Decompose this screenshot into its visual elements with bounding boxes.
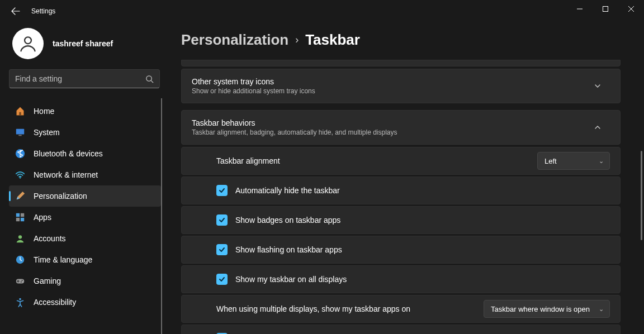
system-icon xyxy=(15,127,26,138)
sidebar-item-label: Bluetooth & devices xyxy=(34,149,103,158)
section-other-tray-icons[interactable]: Other system tray icons Show or hide add… xyxy=(181,69,621,103)
sidebar-item-label: Home xyxy=(34,107,54,116)
user-name: tashreef shareef xyxy=(53,39,113,48)
search-box[interactable] xyxy=(9,69,160,88)
breadcrumb: Personalization › Taskbar xyxy=(181,31,631,49)
setting-label: Show my taskbar on all displays xyxy=(235,275,610,284)
accessibility-icon xyxy=(15,297,26,308)
chevron-down-icon xyxy=(594,83,610,89)
sidebar-item-time-language[interactable]: Time & language xyxy=(9,249,161,270)
minimize-button[interactable] xyxy=(567,0,593,18)
chevron-right-icon: › xyxy=(295,34,299,46)
svg-point-16 xyxy=(18,235,22,238)
setting-multi-display-apps: When using multiple displays, show my ta… xyxy=(181,295,621,323)
dropdown-value: Left xyxy=(544,157,579,165)
sidebar-item-label: Gaming xyxy=(34,276,61,285)
personalization-icon xyxy=(15,190,26,202)
sidebar-item-label: Time & language xyxy=(34,255,92,264)
svg-rect-13 xyxy=(21,213,24,217)
checkbox-checked[interactable] xyxy=(216,244,228,255)
section-taskbar-behaviors[interactable]: Taskbar behaviors Taskbar alignment, bad… xyxy=(181,110,621,145)
maximize-button[interactable] xyxy=(593,0,618,18)
avatar xyxy=(12,28,44,59)
wifi-icon xyxy=(15,169,26,180)
sidebar-item-bluetooth[interactable]: Bluetooth & devices xyxy=(9,143,161,164)
sidebar-item-label: Network & internet xyxy=(34,170,98,179)
svg-line-6 xyxy=(151,80,153,83)
checkbox-checked[interactable] xyxy=(216,185,228,196)
sidebar-item-gaming[interactable]: Gaming xyxy=(9,270,161,292)
sidebar-item-personalization[interactable]: Personalization xyxy=(9,185,161,207)
section-title: Taskbar behaviors xyxy=(192,118,594,127)
multi-display-dropdown[interactable]: Taskbar where window is open ⌄ xyxy=(484,300,610,318)
svg-point-11 xyxy=(20,177,21,178)
apps-icon xyxy=(15,212,26,223)
chevron-down-icon: ⌄ xyxy=(599,306,604,313)
search-icon xyxy=(145,75,154,83)
setting-auto-hide[interactable]: Automatically hide the taskbar xyxy=(181,176,621,204)
breadcrumb-current: Taskbar xyxy=(305,31,360,49)
setting-label: Show flashing on taskbar apps xyxy=(235,245,610,254)
sidebar-item-network[interactable]: Network & internet xyxy=(9,164,161,185)
sidebar-item-accounts[interactable]: Accounts xyxy=(9,228,161,249)
sidebar-item-home[interactable]: Home xyxy=(9,101,161,122)
back-button[interactable] xyxy=(10,6,21,17)
checkbox-checked[interactable] xyxy=(216,214,228,226)
svg-rect-14 xyxy=(16,218,20,221)
checkbox-checked[interactable] xyxy=(216,274,228,285)
sidebar-item-apps[interactable]: Apps xyxy=(9,207,161,228)
svg-point-19 xyxy=(22,280,23,281)
sidebar-item-label: System xyxy=(34,128,60,137)
section-title: Other system tray icons xyxy=(192,77,594,86)
svg-point-21 xyxy=(19,298,21,300)
svg-rect-12 xyxy=(16,213,20,217)
sidebar-item-label: Accounts xyxy=(34,234,66,243)
section-subtitle: Show or hide additional system tray icon… xyxy=(192,87,594,95)
svg-rect-8 xyxy=(16,129,24,135)
svg-rect-1 xyxy=(603,7,608,12)
clock-icon xyxy=(15,254,26,265)
svg-point-5 xyxy=(146,75,151,80)
search-input[interactable] xyxy=(15,74,145,83)
section-subtitle: Taskbar alignment, badging, automaticall… xyxy=(192,128,594,136)
gaming-icon xyxy=(15,275,26,287)
setting-label: Taskbar alignment xyxy=(216,156,537,165)
breadcrumb-parent[interactable]: Personalization xyxy=(181,31,288,49)
window-title: Settings xyxy=(31,7,55,15)
svg-rect-15 xyxy=(21,218,24,221)
home-icon xyxy=(15,106,26,117)
collapsed-section-partial[interactable] xyxy=(181,60,621,66)
chevron-down-icon: ⌄ xyxy=(599,158,604,165)
setting-show-badges[interactable]: Show badges on taskbar apps xyxy=(181,206,621,234)
sidebar-item-label: Apps xyxy=(34,213,51,222)
user-account-row[interactable]: tashreef shareef xyxy=(9,22,165,69)
close-button[interactable] xyxy=(618,0,644,18)
setting-label: Automatically hide the taskbar xyxy=(235,186,610,195)
chevron-up-icon xyxy=(594,124,610,131)
accounts-icon xyxy=(15,233,26,244)
setting-share-window[interactable]: Share any window from my taskbar xyxy=(181,325,621,334)
scrollbar-thumb[interactable] xyxy=(641,151,642,240)
dropdown-value: Taskbar where window is open xyxy=(491,305,592,313)
bluetooth-icon xyxy=(15,148,26,159)
svg-point-4 xyxy=(25,37,31,44)
svg-rect-9 xyxy=(18,135,21,136)
alignment-dropdown[interactable]: Left ⌄ xyxy=(537,152,610,170)
svg-point-20 xyxy=(21,281,22,283)
setting-taskbar-alignment: Taskbar alignment Left ⌄ xyxy=(181,147,621,175)
sidebar-item-system[interactable]: System xyxy=(9,122,161,143)
svg-rect-7 xyxy=(19,112,21,115)
sidebar-item-accessibility[interactable]: Accessibility xyxy=(9,292,161,313)
sidebar-item-label: Personalization xyxy=(34,192,87,201)
setting-label: When using multiple displays, show my ta… xyxy=(216,304,484,313)
setting-show-all-displays[interactable]: Show my taskbar on all displays xyxy=(181,265,621,293)
sidebar-item-label: Accessibility xyxy=(34,298,76,307)
setting-show-flashing[interactable]: Show flashing on taskbar apps xyxy=(181,236,621,264)
setting-label: Show badges on taskbar apps xyxy=(235,216,610,225)
